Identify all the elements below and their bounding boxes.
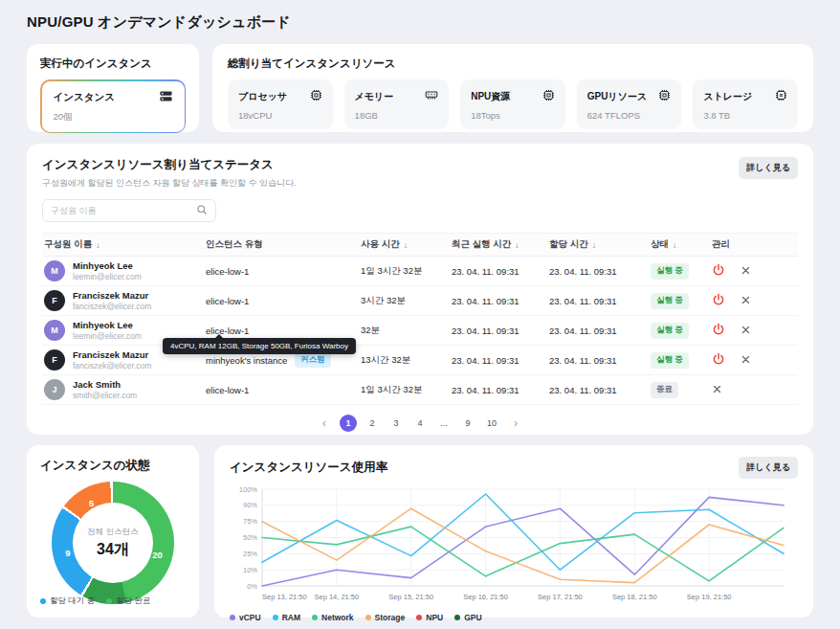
total-resources-card: 総割り当てインスタンスリソース プロセッサ18vCPUメモリー18GBNPU資源… — [212, 44, 813, 132]
column-header-5[interactable]: 상태↓ — [649, 238, 710, 251]
member-name: Franciszek Mazur — [73, 290, 151, 302]
table-row: MMinhyeok Leeleemin@elicer.comelice-low-… — [42, 257, 798, 286]
chart-details-button[interactable]: 詳しく見る — [739, 457, 798, 479]
allocated-time: 23. 04. 11. 09:31 — [547, 355, 649, 366]
pagination-prev[interactable]: ‹ — [316, 415, 333, 432]
column-header-0[interactable]: 구성원 이름↓ — [42, 238, 204, 251]
custom-badge: 커스텀 — [295, 352, 331, 368]
instance-status-title: インスタンスの状態 — [40, 458, 186, 474]
svg-text:75%: 75% — [243, 517, 257, 526]
resource-item-npu-chip[interactable]: NPU資源18Tops — [460, 79, 565, 129]
delete-button[interactable] — [741, 294, 751, 308]
avatar: M — [44, 320, 65, 341]
donut-legend: 할당 대기 중할당 완료 — [40, 595, 151, 607]
resource-item-storage-chip[interactable]: ストレージ3.8 TB — [693, 79, 798, 129]
power-off-button[interactable] — [712, 293, 725, 309]
column-header-1: 인스턴스 유형 — [204, 238, 359, 251]
delete-button[interactable] — [741, 353, 751, 368]
member-search-input[interactable] — [51, 206, 196, 215]
close-icon — [741, 294, 751, 308]
column-header-2[interactable]: 사용 시간↓ — [359, 238, 450, 251]
chart-legend-item-vcpu[interactable]: vCPU — [230, 613, 261, 622]
pagination-page-4[interactable]: 4 — [411, 415, 429, 432]
instance-type: minhyeok's instance — [206, 355, 287, 366]
resource-usage-card: インスタンスリソース使用率 詳しく見る 0%10%25%50%75%90%100… — [214, 445, 813, 618]
delete-button[interactable] — [741, 264, 751, 279]
pagination-page-9[interactable]: 9 — [459, 415, 476, 432]
delete-button[interactable] — [741, 324, 751, 338]
svg-text:50%: 50% — [243, 533, 257, 542]
running-instances-card: 実行中のインスタンス インスタンス 20個 — [27, 44, 199, 132]
allocated-time: 23. 04. 11. 09:31 — [547, 296, 649, 306]
chart-legend-item-gpu[interactable]: GPU — [454, 613, 481, 622]
resource-item-gpu-chip[interactable]: GPUリソース624 TFLOPS — [577, 79, 682, 129]
delete-button[interactable] — [712, 383, 722, 397]
sort-arrow-icon[interactable]: ↓ — [673, 240, 676, 250]
pagination-next[interactable]: › — [507, 415, 524, 432]
usage-time: 1일 3시간 32분 — [359, 384, 450, 396]
search-icon — [196, 202, 208, 219]
member-name: Franciszek Mazur — [73, 349, 151, 361]
legend-dot-icon — [365, 615, 371, 620]
resource-label: NPU資源 — [471, 90, 510, 103]
line-chart-svg: 0%10%25%50%75%90%100%Sep 13, 21:50Sep 14… — [230, 483, 792, 607]
power-off-button[interactable] — [712, 352, 725, 369]
pagination-page-2[interactable]: 2 — [364, 415, 381, 432]
power-off-button[interactable] — [712, 323, 725, 339]
power-icon — [712, 352, 725, 369]
chart-legend-item-ram[interactable]: RAM — [273, 613, 300, 622]
sort-arrow-icon[interactable]: ↓ — [404, 240, 408, 250]
server-icon — [159, 89, 173, 107]
total-resources-title: 総割り当てインスタンスリソース — [228, 56, 798, 71]
sort-arrow-icon[interactable]: ↓ — [592, 240, 596, 250]
sort-arrow-icon[interactable]: ↓ — [515, 240, 519, 250]
table-row: MMinhyeok Leeleemin@elicer.comelice-low-… — [42, 316, 798, 346]
column-header-3[interactable]: 최근 실행 시간↓ — [450, 238, 547, 251]
avatar: M — [44, 260, 65, 281]
table-row: FFranciszek Mazurfanciszek@elicer.comeli… — [42, 286, 798, 316]
table-row: FFranciszek Mazurfanciszek@elicer.commin… — [42, 346, 798, 375]
pagination-page-10[interactable]: 10 — [483, 415, 500, 432]
running-instances-title: 実行中のインスタンス — [40, 56, 186, 71]
summary-row: 実行中のインスタンス インスタンス 20個 総割り当てインスタンスリソース プロ… — [27, 44, 813, 132]
table-details-button[interactable]: 詳しく見る — [739, 157, 798, 179]
page-title: NPU/GPU オンデマンドダッシュボード — [27, 13, 813, 32]
resource-label: メモリー — [355, 90, 394, 103]
column-header-4[interactable]: 할당 시간↓ — [547, 238, 649, 251]
member-search[interactable] — [42, 199, 216, 222]
resource-usage-title: インスタンスリソース使用率 — [230, 460, 387, 476]
legend-dot-icon — [454, 615, 460, 620]
chart-legend-item-storage[interactable]: Storage — [365, 613, 406, 622]
legend-dot-icon — [273, 615, 278, 620]
npu-chip-icon — [542, 88, 555, 105]
power-off-button[interactable] — [712, 263, 725, 280]
resource-item-ram[interactable]: メモリー18GB — [344, 79, 450, 129]
instance-spec-tooltip: 4vCPU, RAM 12GB, Storage 50GB, Furiosa W… — [163, 338, 356, 354]
donut-center: 전체 인스턴스 34개 — [73, 503, 153, 583]
donut-legend-item[interactable]: 할당 대기 중 — [40, 595, 95, 607]
svg-text:Sep 13, 21:50: Sep 13, 21:50 — [262, 593, 307, 601]
donut-center-label: 전체 인스턴스 — [87, 527, 138, 538]
svg-text:Sep 16, 21:50: Sep 16, 21:50 — [463, 593, 508, 601]
charts-row: インスタンスの状態 2095 전체 인스턴스 34개 할당 대기 중할당 완료 … — [27, 445, 813, 618]
resource-value: 18GB — [355, 110, 439, 121]
resource-item-cpu[interactable]: プロセッサ18vCPU — [228, 79, 333, 129]
sort-arrow-icon[interactable]: ↓ — [96, 240, 99, 250]
allocated-time: 23. 04. 11. 09:31 — [547, 385, 649, 395]
pagination-page-3[interactable]: 3 — [387, 415, 405, 432]
allocation-table-subtitle: 구성원에게 할당된 인스턴스 자원 할당 상태를 확인할 수 있습니다. — [42, 177, 297, 190]
member-name: Jack Smith — [73, 379, 137, 391]
avatar: F — [44, 290, 65, 311]
pagination-page-1[interactable]: 1 — [340, 415, 357, 432]
svg-text:Sep 15, 21:50: Sep 15, 21:50 — [388, 593, 433, 601]
donut-legend-item[interactable]: 할당 완료 — [106, 595, 150, 607]
svg-text:10%: 10% — [243, 566, 257, 574]
resource-value: 624 TFLOPS — [587, 110, 672, 121]
resource-usage-chart[interactable]: 0%10%25%50%75%90%100%Sep 13, 21:50Sep 14… — [230, 483, 798, 611]
cpu-icon — [310, 88, 322, 105]
legend-dot-icon — [230, 615, 235, 620]
instance-count-box[interactable]: インスタンス 20個 — [40, 79, 186, 133]
member-email: leemin@elicer.com — [73, 272, 142, 282]
chart-legend-item-npu[interactable]: NPU — [416, 613, 443, 622]
chart-legend-item-network[interactable]: Network — [312, 613, 354, 622]
